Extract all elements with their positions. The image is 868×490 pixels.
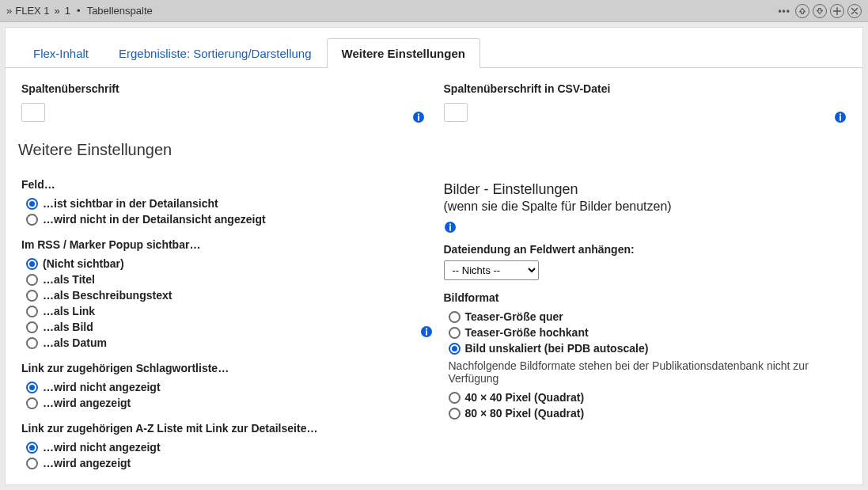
radio-label: Teaser-Größe hochkant (465, 326, 589, 339)
tab[interactable]: Ergebnisliste: Sortierung/Darstellung (104, 38, 326, 68)
radio-option[interactable]: (Nicht sichtbar) (26, 256, 425, 272)
radio-icon[interactable] (449, 327, 461, 339)
radio-label: …ist sichtbar in der Detailansicht (43, 197, 218, 210)
radio-group-rss: (Nicht sichtbar)…als Titel…als Beschreib… (21, 256, 425, 351)
move-up-button[interactable] (795, 4, 809, 18)
breadcrumb-separator: » (53, 5, 62, 17)
breadcrumb-item[interactable]: FLEX 1 (15, 5, 49, 17)
radio-option[interactable]: …ist sichtbar in der Detailansicht (26, 196, 425, 211)
radio-option[interactable]: …wird nicht angezeigt (26, 379, 425, 395)
images-subtitle: (wenn sie die Spalte für Bilder benutzen… (444, 199, 847, 214)
radio-label: …wird nicht angezeigt (43, 441, 161, 454)
radio-option[interactable]: …wird nicht in der Detailansicht angezei… (26, 211, 425, 227)
radio-icon[interactable] (26, 274, 38, 286)
radio-label: …als Bild (43, 321, 93, 333)
group-heading-azlink: Link zur zugehörigen A-Z Liste mit Link … (21, 422, 425, 435)
close-button[interactable] (847, 4, 862, 18)
radio-label: …als Titel (43, 273, 95, 286)
tab-bar: Flex-InhaltErgebnisliste: Sortierung/Dar… (6, 28, 862, 68)
radio-icon[interactable] (26, 306, 38, 317)
move-down-button[interactable] (813, 4, 827, 18)
radio-option[interactable]: 40 × 40 Pixel (Quadrat) (449, 389, 847, 405)
info-icon[interactable] (412, 111, 425, 123)
input-csv-column-caption[interactable] (444, 103, 468, 122)
right-column: Bilder - Einstellungen (wenn sie die Spa… (444, 167, 847, 471)
info-icon[interactable] (420, 325, 433, 340)
chevron-double-down-icon[interactable]: » (6, 5, 12, 17)
images-note: Nachfolgende Bildformate stehen bei der … (449, 359, 847, 385)
radio-label: …wird angezeigt (43, 457, 131, 469)
breadcrumb-item[interactable]: 1 (65, 5, 70, 17)
input-column-caption[interactable] (21, 103, 45, 122)
radio-icon[interactable] (449, 408, 461, 420)
radio-option[interactable]: …wird angezeigt (26, 395, 425, 411)
info-icon[interactable] (444, 221, 457, 234)
tab[interactable]: Flex-Inhalt (18, 38, 104, 68)
images-format-heading: Bildformat (444, 291, 847, 304)
radio-label: …als Beschreibungstext (43, 289, 172, 302)
radio-option[interactable]: 80 × 80 Pixel (Quadrat) (449, 405, 847, 421)
radio-label: …wird nicht angezeigt (43, 381, 161, 393)
select-file-extension[interactable]: -- Nichts -- (444, 260, 539, 280)
radio-label: …wird nicht in der Detailansicht angezei… (43, 213, 266, 226)
left-column: Feld… …ist sichtbar in der Detailansicht… (21, 167, 425, 471)
radio-icon[interactable] (26, 290, 38, 302)
radio-label: Bild unskaliert (bei PDB autoscale) (465, 342, 649, 355)
add-button[interactable] (830, 4, 844, 18)
titlebar: » FLEX 1 » 1 • Tabellenspalte ••• (0, 0, 868, 22)
radio-label: …wird angezeigt (43, 397, 131, 409)
radio-group-visibility: …ist sichtbar in der Detailansicht…wird … (21, 196, 425, 227)
radio-group-azlink: …wird nicht angezeigt…wird angezeigt (21, 439, 425, 471)
radio-icon[interactable] (26, 442, 38, 454)
titlebar-actions: ••• (776, 4, 862, 18)
radio-icon[interactable] (26, 198, 38, 210)
radio-group-taglink: …wird nicht angezeigt…wird angezeigt (21, 379, 425, 411)
app-window: » FLEX 1 » 1 • Tabellenspalte ••• Flex-I… (0, 0, 868, 490)
radio-group-image-format: Teaser-Größe querTeaser-Größe hochkantBi… (444, 309, 847, 421)
radio-option[interactable]: …als Beschreibungstext (26, 287, 425, 303)
radio-option[interactable]: …als Datum (26, 335, 425, 351)
radio-icon[interactable] (449, 311, 461, 323)
breadcrumb: » FLEX 1 » 1 • Tabellenspalte (6, 5, 153, 17)
radio-icon[interactable] (449, 392, 461, 404)
radio-option[interactable]: Bild unskaliert (bei PDB autoscale) (449, 340, 847, 356)
label-csv-column-caption: Spaltenüberschrift in CSV-Datei (444, 82, 847, 95)
tab[interactable]: Weitere Einstellungen (327, 38, 480, 68)
radio-icon[interactable] (26, 337, 38, 349)
radio-icon[interactable] (26, 258, 38, 270)
radio-option[interactable]: …als Bild (26, 319, 425, 335)
info-icon[interactable] (834, 111, 847, 123)
breadcrumb-dot: • (74, 5, 84, 17)
radio-option[interactable]: …als Link (26, 303, 425, 319)
radio-icon[interactable] (26, 382, 38, 393)
tab-body: Spaltenüberschrift Spaltenüberschrift in… (6, 68, 862, 484)
more-icon[interactable]: ••• (776, 4, 792, 18)
radio-icon[interactable] (26, 458, 38, 469)
radio-icon[interactable] (449, 343, 461, 355)
field-column-caption: Spaltenüberschrift (21, 82, 425, 136)
group-heading-visibility: Feld… (21, 178, 425, 191)
group-heading-rss: Im RSS / Marker Popup sichtbar… (21, 238, 425, 251)
radio-icon[interactable] (26, 397, 38, 409)
radio-label: …als Link (43, 305, 95, 317)
radio-option[interactable]: Teaser-Größe quer (449, 309, 847, 325)
radio-option[interactable]: …wird nicht angezeigt (26, 439, 425, 455)
field-csv-column-caption: Spaltenüberschrift in CSV-Datei (444, 82, 847, 136)
radio-label: …als Datum (43, 336, 107, 349)
content-panel: Flex-InhaltErgebnisliste: Sortierung/Dar… (5, 27, 863, 485)
radio-label: Teaser-Größe quer (465, 310, 563, 323)
radio-option[interactable]: Teaser-Größe hochkant (449, 325, 847, 340)
group-heading-taglink: Link zur zugehörigen Schlagwortliste… (21, 362, 425, 374)
radio-label: 80 × 80 Pixel (Quadrat) (465, 407, 585, 420)
radio-label: 40 × 40 Pixel (Quadrat) (465, 391, 585, 404)
section-title: Weitere Einstellungen (18, 141, 847, 159)
label-column-caption: Spaltenüberschrift (21, 82, 425, 95)
images-title: Bilder - Einstellungen (444, 181, 847, 198)
radio-icon[interactable] (26, 214, 38, 226)
radio-option[interactable]: …wird angezeigt (26, 455, 425, 471)
breadcrumb-type: Tabellenspalte (87, 5, 153, 17)
radio-label: (Nicht sichtbar) (43, 257, 124, 270)
images-ext-label: Dateiendung an Feldwert anhängen: (444, 243, 847, 256)
radio-option[interactable]: …als Titel (26, 272, 425, 287)
radio-icon[interactable] (26, 321, 38, 333)
